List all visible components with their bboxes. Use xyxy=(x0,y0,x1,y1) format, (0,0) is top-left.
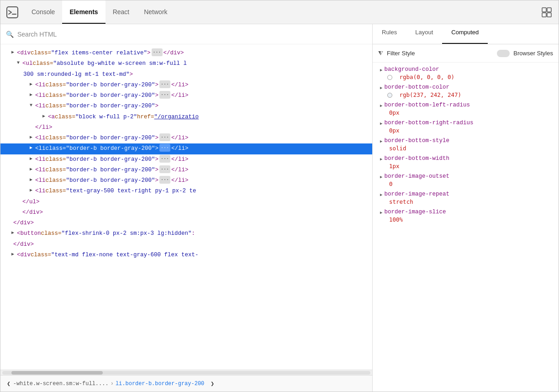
style-property-row: ▶ background-color xyxy=(373,65,559,74)
tree-toggle[interactable]: ▶ xyxy=(11,229,17,237)
property-value: 0px xyxy=(389,127,400,134)
search-icon: 🔍 xyxy=(6,31,14,38)
property-arrow[interactable]: ▶ xyxy=(380,121,382,126)
tab-layout[interactable]: Layout xyxy=(406,24,442,44)
property-name: border-image-repeat xyxy=(384,191,449,197)
property-value-row: 0 xyxy=(373,180,559,188)
tab-console[interactable]: Console xyxy=(24,0,62,24)
html-line[interactable]: ▶ <li class="border-b border-gray-200">·… xyxy=(0,165,372,175)
svg-rect-5 xyxy=(547,13,551,17)
html-tree[interactable]: ▶ <div class="flex items-center relative… xyxy=(0,44,372,370)
property-value: 0 xyxy=(389,180,393,187)
search-input[interactable]: Search HTML xyxy=(17,31,57,38)
browser-styles-toggle[interactable] xyxy=(497,50,510,57)
tab-rules[interactable]: Rules xyxy=(373,24,406,44)
style-property-row: ▶ border-bottom-style xyxy=(373,137,559,145)
html-line: </div> xyxy=(0,239,372,250)
tree-toggle[interactable]: ▶ xyxy=(30,91,35,99)
html-line: </div> xyxy=(0,207,372,218)
property-arrow[interactable]: ▶ xyxy=(380,103,382,108)
property-value: rgba(0, 0, 0, 0) xyxy=(400,74,454,80)
breadcrumb-back[interactable]: ❮ xyxy=(4,379,13,388)
color-swatch xyxy=(387,75,392,80)
horizontal-scrollbar[interactable] xyxy=(0,370,372,375)
html-line: </div> xyxy=(0,218,372,228)
tree-toggle[interactable]: ▶ xyxy=(30,176,35,184)
computed-panel: Rules Layout Computed ⧨ Filter Style Bro… xyxy=(373,24,559,392)
property-arrow[interactable]: ▶ xyxy=(380,192,382,197)
tree-toggle[interactable]: ▶ xyxy=(30,155,35,163)
breadcrumb-path-end[interactable]: li.border-b.border-gray-200 xyxy=(116,381,204,387)
devtools-window: Console Elements React Network 🔍 Search … xyxy=(0,0,559,392)
html-line-selected[interactable]: ▶ <li class="border-b border-gray-200">·… xyxy=(0,143,372,154)
property-name: border-bottom-right-radius xyxy=(384,120,473,126)
browser-styles-label: Browser Styles xyxy=(513,50,553,57)
property-value: 1px xyxy=(389,163,400,170)
tree-toggle[interactable]: ▶ xyxy=(30,186,35,194)
style-property-group: ▶ border-bottom-style solid xyxy=(373,136,559,154)
html-line[interactable]: ▶ <li class="border-b border-gray-200">·… xyxy=(0,90,372,101)
html-line: </ul> xyxy=(0,197,372,207)
breadcrumb-path-start: -white.w-screen.sm:w-full.... xyxy=(13,381,109,387)
tab-computed[interactable]: Computed xyxy=(442,24,488,44)
tree-toggle[interactable]: ▶ xyxy=(42,112,48,120)
tab-react[interactable]: React xyxy=(105,0,137,24)
style-property-group: ▶ background-color rgba(0, 0, 0, 0) xyxy=(373,64,559,82)
html-panel: 🔍 Search HTML ▶ <div class="flex items-c… xyxy=(0,24,373,392)
property-name: border-bottom-left-radius xyxy=(384,102,470,108)
property-value-row: solid xyxy=(373,145,559,153)
layout-toggle-icon[interactable] xyxy=(538,4,555,21)
property-arrow[interactable]: ▶ xyxy=(380,210,382,215)
tree-toggle[interactable]: ▶ xyxy=(30,144,35,152)
property-value-row: 0px xyxy=(373,127,559,135)
html-line: </li> xyxy=(0,122,372,133)
tree-toggle[interactable]: ▼ xyxy=(17,59,22,67)
tree-toggle[interactable]: ▶ xyxy=(11,250,17,258)
breadcrumb-forward[interactable]: ❯ xyxy=(208,379,217,388)
property-arrow[interactable]: ▶ xyxy=(380,85,382,90)
scrollbar-thumb[interactable] xyxy=(11,371,103,375)
tree-toggle[interactable]: ▼ xyxy=(30,101,35,109)
html-line[interactable]: ▼ <li class="border-b border-gray-200"> xyxy=(0,101,372,111)
html-line[interactable]: ▶ <li class="border-b border-gray-200">·… xyxy=(0,133,372,143)
html-line[interactable]: ▼ <ul class="absolute bg-white w-screen … xyxy=(0,58,372,69)
style-property-group: ▶ border-image-slice 100% xyxy=(373,207,559,225)
style-property-group: ▶ border-bottom-color rgb(237, 242, 247) xyxy=(373,82,559,100)
html-line[interactable]: ▶ <li class="border-b border-gray-200">·… xyxy=(0,80,372,90)
style-property-row: ▶ border-image-repeat xyxy=(373,190,559,198)
property-value-row: 100% xyxy=(373,216,559,224)
tab-elements[interactable]: Elements xyxy=(62,0,105,24)
property-value-row: stretch xyxy=(373,198,559,206)
html-line: 300 sm:rounded-lg mt-1 text-md"> xyxy=(0,69,372,80)
style-property-group: ▶ border-bottom-left-radius 0px xyxy=(373,100,559,118)
property-arrow[interactable]: ▶ xyxy=(380,175,382,180)
html-line[interactable]: ▶ <li class="border-b border-gray-200">·… xyxy=(0,175,372,186)
scrollbar-track xyxy=(2,371,370,375)
tree-toggle[interactable]: ▶ xyxy=(30,80,35,88)
property-arrow[interactable]: ▶ xyxy=(380,157,382,162)
tree-toggle[interactable]: ▶ xyxy=(30,165,35,173)
html-line[interactable]: ▶ <a class="block w-full p-2" href="/org… xyxy=(0,112,372,122)
search-bar: 🔍 Search HTML xyxy=(0,24,372,44)
html-line[interactable]: ▶ <div class="flex items-center relative… xyxy=(0,48,372,58)
style-property-group: ▶ border-image-repeat stretch xyxy=(373,189,559,207)
svg-rect-3 xyxy=(547,8,551,12)
svg-rect-4 xyxy=(542,13,546,17)
property-name: border-image-outset xyxy=(384,173,449,180)
tab-bar: Console Elements React Network xyxy=(0,0,559,24)
filter-label: Filter Style xyxy=(387,50,493,57)
property-arrow[interactable]: ▶ xyxy=(380,68,382,73)
style-property-row: ▶ border-bottom-color xyxy=(373,83,559,91)
property-name: border-image-slice xyxy=(384,209,446,215)
main-content: 🔍 Search HTML ▶ <div class="flex items-c… xyxy=(0,24,559,392)
property-arrow[interactable]: ▶ xyxy=(380,139,382,144)
tree-toggle[interactable]: ▶ xyxy=(11,48,17,56)
html-line[interactable]: ▶ <li class="border-b border-gray-200">·… xyxy=(0,154,372,165)
tab-network[interactable]: Network xyxy=(137,0,174,24)
html-line[interactable]: ▶ <div class="text-md flex-none text-gra… xyxy=(0,250,372,260)
computed-styles-list[interactable]: ▶ background-color rgba(0, 0, 0, 0) ▶ bo… xyxy=(373,63,559,392)
color-swatch xyxy=(387,93,392,98)
html-line[interactable]: ▶ <li class="text-gray-500 text-right py… xyxy=(0,186,372,196)
tree-toggle[interactable]: ▶ xyxy=(30,133,35,141)
html-line[interactable]: ▶ <button class="flex-shrink-0 px-2 sm:p… xyxy=(0,228,372,239)
